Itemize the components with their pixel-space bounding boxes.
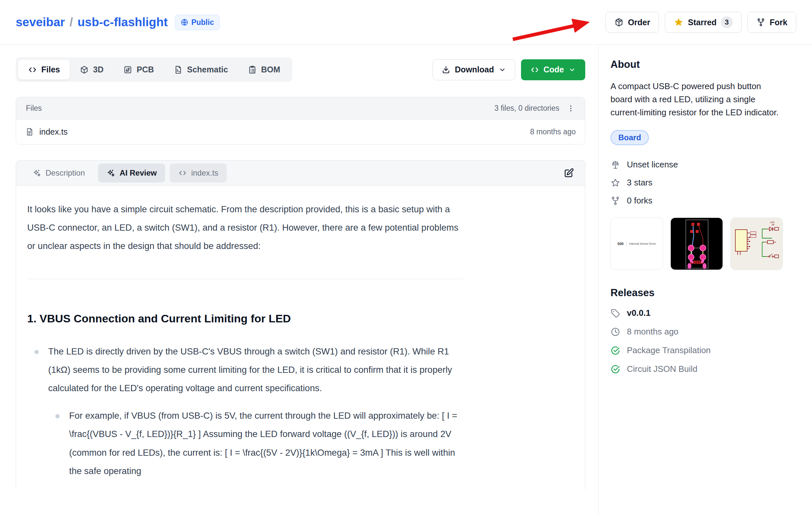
files-card-title: Files bbox=[26, 104, 42, 113]
pcb-icon bbox=[123, 65, 133, 74]
forks-label: 0 forks bbox=[627, 195, 652, 206]
forks-row[interactable]: 0 forks bbox=[610, 195, 796, 206]
edit-pencil-icon bbox=[563, 168, 574, 179]
tag-icon bbox=[610, 308, 620, 318]
fork-icon bbox=[610, 196, 620, 206]
release-age-row: 8 months ago bbox=[610, 327, 796, 337]
file-name[interactable]: index.ts bbox=[39, 127, 67, 137]
about-description: A compact USB-C powered push button boar… bbox=[610, 80, 781, 119]
code-brackets-icon bbox=[178, 169, 187, 177]
order-button-label: Order bbox=[628, 18, 650, 27]
review-bullet-list: The LED is directly driven by the USB-C'… bbox=[27, 342, 463, 480]
clock-icon bbox=[610, 327, 620, 337]
tab-schematic[interactable]: Schematic bbox=[164, 60, 238, 80]
file-age: 8 months ago bbox=[530, 127, 576, 136]
tab-3d-label: 3D bbox=[93, 65, 104, 74]
list-item: The LED is directly driven by the USB-C'… bbox=[27, 342, 463, 480]
tab-pcb-label: PCB bbox=[137, 65, 154, 74]
file-row[interactable]: index.ts 8 months ago bbox=[16, 120, 585, 144]
tab-bom[interactable]: BOM bbox=[238, 60, 290, 80]
release-check-row: Package Transpilation bbox=[610, 345, 796, 356]
tab-pcb[interactable]: PCB bbox=[113, 60, 164, 80]
starred-button-label: Starred bbox=[688, 18, 717, 27]
check-circle-icon bbox=[610, 364, 620, 374]
tag-board[interactable]: Board bbox=[610, 130, 649, 145]
list-item: For example, if VBUS (from USB-C) is 5V,… bbox=[48, 406, 463, 480]
kebab-menu-icon[interactable] bbox=[567, 104, 575, 113]
release-check-label: Circuit JSON Build bbox=[627, 364, 697, 374]
svg-text:LED: LED bbox=[770, 221, 775, 223]
tab-files-label: Files bbox=[41, 65, 60, 74]
check-circle-icon bbox=[610, 345, 620, 356]
tab-files[interactable]: Files bbox=[18, 60, 70, 80]
view-tab-strip: Files 3D PCB bbox=[16, 57, 292, 82]
release-check-row: Circuit JSON Build bbox=[610, 364, 796, 374]
release-version-row[interactable]: v0.0.1 bbox=[610, 308, 796, 318]
tab-3d[interactable]: 3D bbox=[70, 60, 113, 80]
cube-icon bbox=[80, 65, 89, 74]
code-brackets-icon bbox=[28, 65, 37, 74]
markdown-content: It looks like you have a simple circuit … bbox=[27, 200, 463, 480]
package-icon bbox=[614, 18, 624, 27]
about-title: About bbox=[610, 59, 796, 70]
error-separator bbox=[626, 241, 627, 246]
download-icon bbox=[441, 65, 451, 74]
repo-name-link[interactable]: usb-c-flashlight bbox=[77, 16, 168, 29]
download-button[interactable]: Download bbox=[433, 59, 515, 80]
error-code: 500 bbox=[618, 242, 624, 246]
code-button-label: Code bbox=[544, 65, 564, 74]
visibility-badge-label: Public bbox=[192, 18, 214, 27]
header-actions: Order Starred 3 Fork bbox=[606, 12, 796, 33]
stars-row[interactable]: 3 stars bbox=[610, 178, 796, 188]
sparkles-icon bbox=[107, 169, 115, 178]
stars-label: 3 stars bbox=[627, 178, 652, 188]
error-message: Internal Server Error bbox=[629, 242, 656, 245]
tab-ai-review-label: AI Review bbox=[120, 169, 156, 178]
review-card-header: Description AI Review index.ts bbox=[16, 160, 585, 186]
release-age: 8 months ago bbox=[627, 327, 678, 337]
nested-bullet-list: For example, if VBUS (from USB-C) is 5V,… bbox=[48, 406, 463, 480]
tab-ai-review[interactable]: AI Review bbox=[98, 163, 165, 182]
content-column: Files 3D PCB bbox=[0, 45, 598, 515]
star-count-badge: 3 bbox=[721, 17, 733, 28]
tab-description[interactable]: Description bbox=[24, 163, 93, 182]
fork-icon bbox=[756, 18, 765, 27]
thumbnail-schematic-preview[interactable]: LED bbox=[730, 217, 783, 270]
license-label: Unset license bbox=[627, 159, 678, 170]
star-icon bbox=[674, 18, 684, 27]
main-layout: Files 3D PCB bbox=[0, 45, 812, 515]
starred-button[interactable]: Starred 3 bbox=[665, 12, 742, 33]
release-version: v0.0.1 bbox=[627, 308, 650, 318]
list-item-text: For example, if VBUS (from USB-C) is 5V,… bbox=[69, 411, 457, 476]
review-body: It looks like you have a simple circuit … bbox=[16, 186, 585, 480]
star-outline-icon bbox=[610, 178, 620, 188]
code-brackets-icon bbox=[530, 65, 540, 74]
fork-button[interactable]: Fork bbox=[748, 12, 796, 33]
files-card-header: Files 3 files, 0 directories bbox=[16, 97, 585, 120]
globe-icon bbox=[180, 18, 188, 26]
section-heading: 1. VBUS Connection and Current Limiting … bbox=[27, 312, 463, 325]
repo-header: seveibar / usb-c-flashlight Public Order bbox=[0, 0, 812, 45]
visibility-badge: Public bbox=[175, 15, 220, 30]
list-item-text: The LED is directly driven by the USB-C'… bbox=[48, 346, 452, 393]
files-summary: 3 files, 0 directories bbox=[494, 104, 559, 113]
download-button-label: Download bbox=[455, 65, 494, 74]
fork-button-label: Fork bbox=[770, 18, 787, 27]
thumbnail-3d-preview[interactable]: 500 Internal Server Error bbox=[610, 217, 663, 270]
view-toolbar: Files 3D PCB bbox=[16, 57, 585, 82]
thumbnail-pcb-preview[interactable] bbox=[670, 217, 723, 270]
tab-bom-label: BOM bbox=[261, 65, 280, 74]
code-button[interactable]: Code bbox=[521, 59, 586, 80]
license-row[interactable]: Unset license bbox=[610, 159, 796, 170]
clipboard-list-icon bbox=[248, 65, 257, 74]
sidebar: About A compact USB-C powered push butto… bbox=[598, 45, 812, 515]
repo-owner-link[interactable]: seveibar bbox=[16, 16, 65, 29]
tab-index-ts[interactable]: index.ts bbox=[170, 163, 227, 182]
tab-index-ts-label: index.ts bbox=[191, 169, 218, 178]
chevron-down-icon bbox=[568, 66, 576, 74]
tab-description-label: Description bbox=[46, 169, 85, 178]
tab-schematic-label: Schematic bbox=[187, 65, 228, 74]
order-button[interactable]: Order bbox=[606, 12, 659, 33]
chevron-down-icon bbox=[498, 66, 506, 74]
edit-button[interactable] bbox=[561, 165, 577, 181]
